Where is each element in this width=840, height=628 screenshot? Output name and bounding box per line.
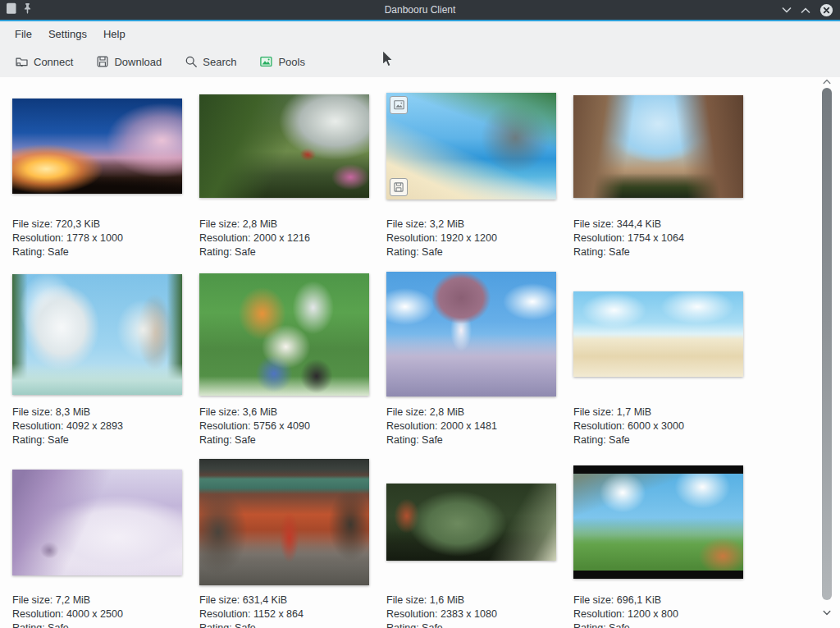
titlebar[interactable]: Danbooru Client (0, 0, 840, 20)
scrollbar-thumb[interactable] (822, 88, 832, 600)
post-card: File size: 8,3 MiB Resolution: 4092 x 28… (12, 265, 182, 447)
post-card: File size: 2,8 MiB Resolution: 2000 x 12… (199, 77, 369, 259)
app-note-icon (6, 2, 17, 18)
scroll-down-arrow[interactable] (821, 610, 833, 617)
rating-label: Rating: (12, 622, 45, 628)
post-thumbnail[interactable] (199, 459, 369, 585)
rating-label: Rating: (573, 434, 606, 446)
file-size-label: File size: (386, 406, 427, 418)
maximize-button[interactable] (801, 7, 810, 14)
rating-label: Rating: (12, 246, 45, 258)
rating-value: Safe (48, 434, 69, 446)
post-thumbnail[interactable] (12, 470, 182, 575)
file-size-label: File size: (386, 218, 427, 230)
post-card: File size: 3,6 MiB Resolution: 5756 x 40… (199, 265, 369, 447)
minimize-button[interactable] (782, 7, 792, 14)
menu-file[interactable]: File (7, 25, 40, 43)
save-floppy-icon (96, 55, 109, 68)
file-size-label: File size: (12, 406, 52, 418)
post-thumbnail[interactable] (386, 484, 556, 561)
resolution-label: Resolution: (12, 232, 64, 244)
menubar: File Settings Help (0, 21, 840, 46)
post-card: File size: 631,4 KiB Resolution: 1152 x … (199, 453, 369, 628)
file-size-label: File size: (573, 218, 614, 230)
post-card: File size: 7,2 MiB Resolution: 4000 x 25… (12, 453, 182, 628)
post-thumbnail[interactable] (199, 94, 369, 198)
file-size-label: File size: (199, 218, 240, 230)
menu-settings[interactable]: Settings (40, 25, 95, 43)
download-label: Download (114, 56, 162, 68)
resolution-label: Resolution: (573, 608, 625, 620)
file-size-value: 720,3 KiB (56, 218, 100, 230)
rating-label: Rating: (12, 434, 45, 446)
post-thumbnail[interactable] (12, 99, 182, 194)
folder-connect-icon (15, 55, 29, 68)
file-size-value: 344,4 KiB (617, 218, 661, 230)
chevron-up-icon (801, 7, 810, 14)
toolbar: Connect Download Search (0, 46, 840, 77)
save-floppy-icon (394, 182, 404, 192)
rating-value: Safe (609, 246, 630, 258)
scroll-up-arrow[interactable] (821, 79, 833, 85)
post-thumbnail[interactable] (573, 95, 743, 198)
resolution-value: 2383 x 1080 (441, 608, 497, 620)
close-icon (819, 3, 833, 17)
rating-label: Rating: (199, 246, 232, 258)
download-button[interactable]: Download (89, 51, 168, 72)
rating-label: Rating: (573, 622, 606, 628)
file-size-value: 2,8 MiB (243, 218, 277, 230)
post-thumbnail[interactable] (386, 272, 556, 397)
chevron-up-icon (823, 79, 831, 85)
resolution-value: 1152 x 864 (253, 608, 304, 620)
post-thumbnail[interactable] (199, 273, 369, 396)
rating-value: Safe (48, 246, 69, 258)
pools-button[interactable]: Pools (253, 51, 312, 72)
pools-picture-icon (259, 55, 273, 68)
save-image-button[interactable] (390, 178, 408, 196)
resolution-value: 1920 x 1200 (441, 232, 497, 244)
resolution-label: Resolution: (199, 232, 251, 244)
rating-value: Safe (609, 434, 630, 446)
post-grid: File size: 720,3 KiB Resolution: 1778 x … (12, 77, 840, 628)
file-size-label: File size: (199, 594, 240, 606)
chevron-down-icon (823, 610, 831, 616)
resolution-label: Resolution: (199, 608, 251, 620)
post-card: File size: 1,6 MiB Resolution: 2383 x 10… (386, 453, 556, 628)
post-card: File size: 720,3 KiB Resolution: 1778 x … (12, 77, 182, 259)
pools-label: Pools (278, 56, 305, 68)
search-icon (185, 55, 198, 68)
search-button[interactable]: Search (178, 51, 243, 72)
rating-label: Rating: (199, 434, 232, 446)
rating-label: Rating: (199, 622, 232, 628)
post-card: File size: 344,4 KiB Resolution: 1754 x … (573, 77, 743, 259)
file-size-value: 1,6 MiB (430, 594, 464, 606)
post-thumbnail[interactable] (386, 93, 556, 199)
close-button[interactable] (819, 3, 833, 17)
menu-help[interactable]: Help (95, 25, 134, 43)
connect-button[interactable]: Connect (8, 51, 80, 72)
post-card: File size: 1,7 MiB Resolution: 6000 x 30… (573, 265, 743, 447)
rating-label: Rating: (573, 246, 606, 258)
file-size-label: File size: (12, 594, 52, 606)
rating-value: Safe (235, 246, 256, 258)
view-image-button[interactable] (390, 96, 408, 114)
resolution-label: Resolution: (386, 232, 438, 244)
resolution-value: 1754 x 1064 (628, 232, 684, 244)
resolution-value: 5756 x 4090 (253, 420, 310, 432)
post-thumbnail[interactable] (12, 274, 182, 395)
rating-value: Safe (422, 246, 443, 258)
file-size-value: 3,2 MiB (430, 218, 464, 230)
danbooru-client-window: Danbooru Client File Settings Help (0, 0, 840, 628)
post-thumbnail[interactable] (573, 465, 743, 579)
rating-label: Rating: (386, 246, 419, 258)
file-size-value: 631,4 KiB (243, 594, 287, 606)
file-size-label: File size: (573, 594, 614, 606)
post-card: File size: 696,1 KiB Resolution: 1200 x … (573, 453, 743, 628)
connect-label: Connect (34, 56, 73, 68)
file-size-value: 2,8 MiB (430, 406, 464, 418)
post-thumbnail[interactable] (573, 291, 743, 377)
vertical-scrollbar[interactable] (821, 77, 833, 628)
post-card: File size: 2,8 MiB Resolution: 2000 x 14… (386, 265, 556, 447)
pin-icon[interactable] (23, 2, 32, 18)
resolution-label: Resolution: (386, 420, 438, 432)
